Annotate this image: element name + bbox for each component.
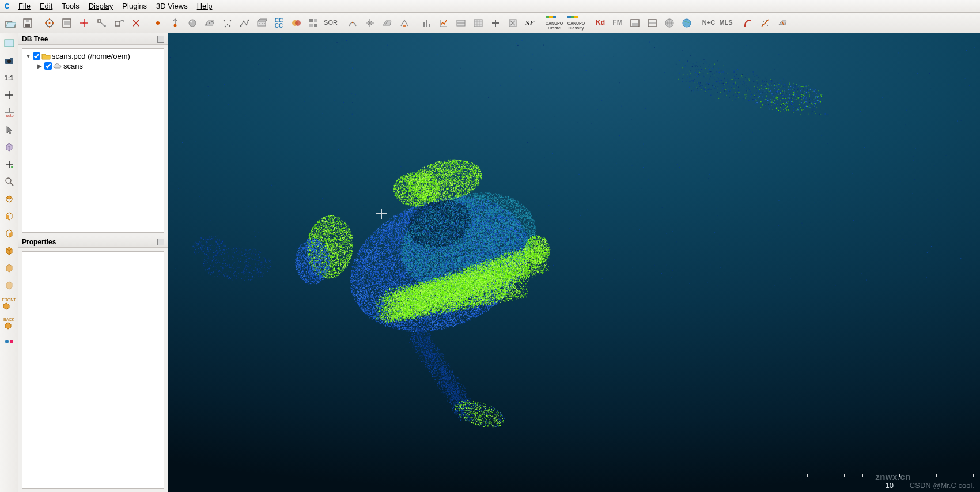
- scalar-field-button[interactable]: SF: [522, 15, 538, 31]
- kd-button[interactable]: Kd: [592, 15, 608, 31]
- globe-blue-button[interactable]: [679, 15, 695, 31]
- normal-button[interactable]: [167, 15, 183, 31]
- svg-rect-43: [553, 16, 556, 18]
- back-label-button[interactable]: BACK: [2, 315, 17, 332]
- register-button[interactable]: [362, 15, 378, 31]
- camera-button[interactable]: [2, 53, 17, 68]
- save-button[interactable]: [20, 15, 36, 31]
- plane-button[interactable]: [202, 15, 218, 31]
- tree-row-root[interactable]: ▼ scans.pcd (/home/oem): [24, 51, 162, 61]
- section-button[interactable]: [253, 15, 270, 31]
- nplusc-button[interactable]: N+C: [701, 15, 717, 31]
- fit-sphere-button[interactable]: [470, 15, 486, 31]
- level-button[interactable]: [396, 15, 413, 31]
- view-iso3-button[interactable]: [2, 278, 17, 293]
- segment-button[interactable]: [93, 15, 109, 31]
- svg-point-9: [174, 24, 177, 27]
- align-icon: [381, 18, 393, 28]
- view-side-button[interactable]: [2, 226, 17, 241]
- view-iso1-button[interactable]: [2, 243, 17, 258]
- add-sf-button[interactable]: [487, 15, 504, 31]
- align-button[interactable]: [379, 15, 395, 31]
- front-label-button[interactable]: FRONT: [2, 295, 17, 312]
- tool-d-button[interactable]: [774, 15, 790, 31]
- point-icon: [153, 18, 162, 28]
- menu-edit[interactable]: Edit: [35, 1, 57, 12]
- sphere-button[interactable]: [184, 15, 200, 31]
- view-front-button[interactable]: [2, 209, 17, 224]
- mls-button[interactable]: MLS: [718, 15, 734, 31]
- tool-b-button[interactable]: [644, 15, 660, 31]
- trace-polyline-button[interactable]: [236, 15, 252, 31]
- menu-3dviews[interactable]: 3D Views: [152, 1, 192, 12]
- fm-icon: FM: [612, 20, 622, 25]
- canupo-classify-button[interactable]: CANUPO Classify: [566, 15, 587, 31]
- center-button[interactable]: [2, 88, 17, 103]
- sor-filter-button[interactable]: SOR: [323, 15, 339, 31]
- stats-button[interactable]: [436, 15, 452, 31]
- 3d-viewport[interactable]: 10 znwx.cn CSDN @Mr.C cool.: [168, 33, 980, 492]
- dbtree-panel-header[interactable]: DB Tree: [18, 33, 168, 45]
- properties-button[interactable]: [59, 15, 75, 31]
- translate-rotate-button[interactable]: [111, 15, 127, 31]
- delete-sf-button[interactable]: [505, 15, 521, 31]
- view-iso2-button[interactable]: [2, 260, 17, 275]
- svg-point-14: [211, 21, 213, 22]
- open-button[interactable]: [2, 15, 18, 31]
- globe-gray-button[interactable]: [661, 15, 678, 31]
- cube-shade-button[interactable]: [2, 139, 17, 154]
- fm-button[interactable]: FM: [610, 15, 626, 31]
- dock-icon[interactable]: [157, 36, 164, 43]
- tree-expand-arrow[interactable]: ▼: [25, 53, 32, 59]
- tool-a-icon: [630, 18, 640, 28]
- subsample-button[interactable]: [305, 15, 321, 31]
- clone-button[interactable]: CC CC: [271, 15, 287, 31]
- one-to-one-button[interactable]: 1:1: [2, 70, 17, 85]
- tree-root-checkbox[interactable]: [33, 52, 40, 60]
- curvature-button[interactable]: [345, 15, 361, 31]
- properties-body[interactable]: [22, 251, 164, 489]
- kd-icon: Kd: [596, 20, 605, 25]
- color-dots-button[interactable]: [2, 334, 17, 349]
- properties-panel-header[interactable]: Properties: [18, 236, 168, 248]
- menu-plugins[interactable]: Plugins: [118, 1, 152, 12]
- point-picking-button[interactable]: [76, 15, 92, 31]
- merge-button[interactable]: [288, 15, 304, 31]
- view-iso3-icon: [4, 280, 14, 290]
- histogram-button[interactable]: [418, 15, 434, 31]
- canupo-create-button[interactable]: CANUPO Create: [544, 15, 565, 31]
- dbtree-body[interactable]: ▼ scans.pcd (/home/oem) ▶ scans: [22, 48, 164, 233]
- view-frame-button[interactable]: [2, 36, 17, 51]
- svg-rect-48: [632, 23, 638, 26]
- fit-plane-button[interactable]: [453, 15, 469, 31]
- delete-button[interactable]: [128, 15, 144, 31]
- menu-tools[interactable]: Tools: [57, 1, 84, 12]
- tool-c-button[interactable]: [757, 15, 773, 31]
- menu-display[interactable]: Display: [84, 1, 118, 12]
- pick-rotation-center-button[interactable]: [41, 15, 58, 31]
- auto-pick-button[interactable]: auto: [2, 105, 17, 120]
- menu-display-label: Display: [89, 2, 113, 10]
- view-iso2-icon: [4, 263, 14, 273]
- tool-a-button[interactable]: [627, 15, 643, 31]
- point-button[interactable]: [150, 15, 166, 31]
- menu-file[interactable]: File: [14, 1, 35, 12]
- tree-root-label: scans.pcd (/home/oem): [52, 52, 130, 60]
- polyline-picking-button[interactable]: [219, 15, 235, 31]
- svg-point-29: [295, 20, 301, 26]
- clone-icon: CC CC: [275, 18, 283, 28]
- svg-point-8: [156, 21, 160, 25]
- view-side-icon: [4, 228, 14, 239]
- zoom-button[interactable]: [2, 174, 17, 189]
- ransac-button[interactable]: [740, 15, 756, 31]
- add-view-button[interactable]: [2, 157, 17, 172]
- tree-child-checkbox[interactable]: [44, 62, 52, 70]
- side-panels: DB Tree ▼ scans.pcd (/home/oem) ▶ scans: [18, 33, 168, 492]
- tree-row-child[interactable]: ▶ scans: [24, 61, 162, 71]
- menu-help[interactable]: Help: [192, 1, 217, 12]
- dock-icon[interactable]: [157, 239, 164, 245]
- tree-expand-arrow-child[interactable]: ▶: [36, 63, 43, 69]
- svg-point-25: [259, 23, 260, 24]
- cursor-button[interactable]: [2, 122, 17, 137]
- view-top-button[interactable]: [2, 191, 17, 206]
